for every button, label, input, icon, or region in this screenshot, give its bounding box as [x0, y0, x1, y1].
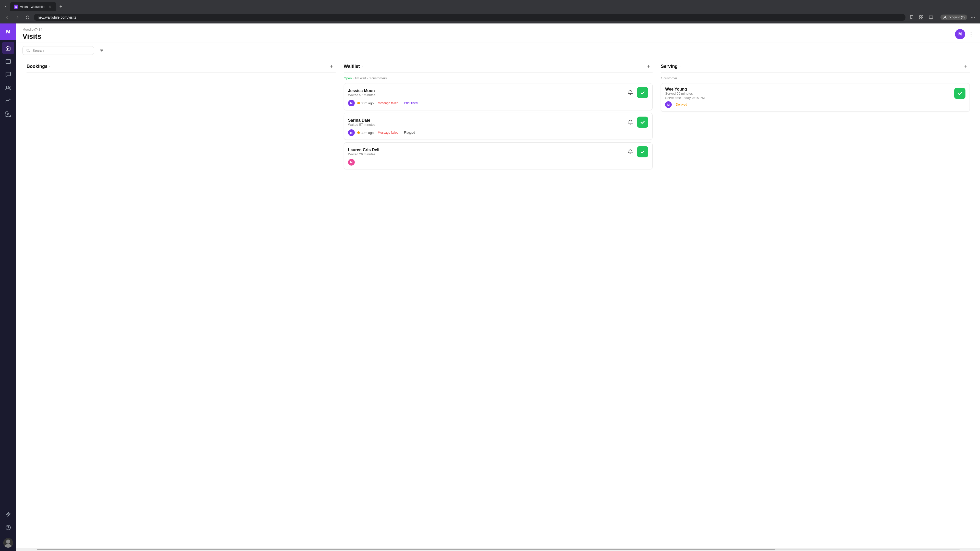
back-button[interactable]	[3, 13, 11, 21]
sarina-dale-message-failed-tag: Message failed	[376, 130, 400, 135]
wee-young-check-button[interactable]	[954, 88, 966, 99]
incognito-button[interactable]: Incognito (2)	[940, 14, 967, 20]
serving-meta: 1 customer	[661, 75, 970, 83]
column-bookings-title-group[interactable]: Bookings ›	[27, 64, 50, 69]
lauren-cris-deli-bell-button[interactable]	[626, 147, 635, 156]
svg-point-16	[6, 540, 10, 544]
more-options-button[interactable]: ⋮	[968, 31, 974, 38]
column-serving-header: Serving › +	[661, 58, 970, 73]
svg-point-11	[9, 86, 10, 87]
column-waitlist-title-group[interactable]: Waitlist ›	[344, 64, 363, 69]
toolbar	[16, 43, 980, 58]
search-bar[interactable]	[22, 46, 94, 55]
column-serving-title-group[interactable]: Serving ›	[661, 64, 680, 69]
card-lauren-cris-deli-waited: Waited 26 minutes	[348, 152, 380, 156]
card-lauren-cris-deli-name: Lauren Cris Deli	[348, 148, 380, 152]
svg-rect-1	[921, 16, 923, 17]
sarina-dale-bell-button[interactable]	[626, 118, 635, 127]
sidebar-item-chat[interactable]	[2, 68, 14, 81]
serving-add-button[interactable]: +	[962, 62, 970, 70]
forward-button[interactable]	[13, 13, 21, 21]
address-bar[interactable]: new.waitwhile.com/visits	[34, 14, 905, 21]
card-jessica-moon: Jessica Moon Waited 57 minutes	[344, 83, 653, 110]
svg-point-6	[971, 17, 972, 18]
card-lauren-cris-deli-actions	[626, 146, 648, 157]
bookmark-button[interactable]	[907, 13, 916, 21]
incognito-label: Incognito (2)	[948, 16, 965, 19]
column-bookings-header: Bookings › +	[27, 58, 336, 73]
card-sarina-dale-top: Sarina Dale Waited 57 minutes	[348, 117, 649, 128]
active-tab[interactable]: W Visits | Waitwhile ✕	[10, 2, 56, 11]
card-wee-young-meta: M Delayed	[665, 101, 966, 108]
header-actions: M ⋮	[955, 29, 974, 39]
column-bookings-title: Bookings	[27, 64, 48, 69]
svg-rect-4	[929, 16, 933, 18]
user-avatar[interactable]: M	[955, 29, 965, 39]
column-serving: Serving › + 1 customer Wee Young Served …	[657, 58, 974, 544]
page-title: Visits	[22, 32, 42, 41]
svg-point-8	[974, 17, 975, 18]
card-wee-young-actions	[954, 88, 966, 99]
sidebar-item-settings[interactable]	[2, 108, 14, 121]
sidebar-item-bolt[interactable]	[2, 508, 14, 520]
profile-toggle-button[interactable]	[927, 13, 935, 21]
bookings-chevron-icon: ›	[49, 64, 50, 68]
card-wee-young: Wee Young Served 56 minutes Serve time T…	[661, 83, 970, 112]
waitlist-meta: Open · 1m wait · 3 customers	[344, 75, 653, 83]
sidebar-item-analytics[interactable]	[2, 95, 14, 107]
card-lauren-cris-deli-meta: M	[348, 159, 649, 165]
search-icon	[26, 48, 30, 52]
card-wee-young-top: Wee Young Served 56 minutes Serve time T…	[665, 87, 966, 100]
scrollbar-thumb	[37, 549, 775, 550]
horizontal-scrollbar[interactable]	[16, 548, 980, 551]
sarina-dale-check-button[interactable]	[637, 117, 648, 128]
jessica-moon-time-ago: 30m ago	[361, 101, 374, 105]
serving-chevron-icon: ›	[679, 64, 680, 68]
waitlist-add-button[interactable]: +	[644, 62, 652, 70]
sidebar-item-home[interactable]	[2, 42, 14, 54]
sarina-dale-flagged-tag: Flagged	[402, 130, 417, 135]
sidebar: M	[0, 24, 16, 551]
jessica-moon-bell-button[interactable]	[626, 88, 635, 97]
search-input[interactable]	[32, 48, 90, 52]
tab-title: Visits | Waitwhile	[20, 5, 45, 9]
tab-bar: W Visits | Waitwhile ✕ +	[0, 0, 980, 11]
waitlist-meta-suffix: · 1m wait · 3 customers	[352, 76, 387, 80]
sidebar-logo: M	[0, 24, 16, 40]
card-jessica-moon-meta: M 30m ago Message failed Prioritized	[348, 100, 649, 106]
svg-point-7	[973, 17, 974, 18]
tab-arrow-left[interactable]	[2, 3, 9, 10]
svg-rect-2	[920, 17, 921, 19]
svg-rect-0	[920, 16, 921, 17]
sidebar-item-calendar[interactable]	[2, 55, 14, 67]
sarina-dale-time-ago: 30m ago	[361, 131, 374, 135]
svg-point-10	[6, 86, 8, 88]
more-options-browser-button[interactable]	[969, 13, 977, 21]
jessica-moon-avatar: M	[348, 100, 355, 106]
filter-button[interactable]	[97, 46, 106, 55]
sidebar-nav	[2, 40, 14, 506]
new-tab-button[interactable]: +	[57, 3, 64, 10]
extensions-button[interactable]	[917, 13, 925, 21]
tab-close-button[interactable]: ✕	[48, 4, 52, 9]
card-sarina-dale-waited: Waited 57 minutes	[348, 123, 375, 127]
column-waitlist-title: Waitlist	[344, 64, 360, 69]
wee-young-avatar: M	[665, 101, 672, 108]
sidebar-item-users[interactable]	[2, 82, 14, 94]
jessica-moon-prioritized-tag: Prioritized	[402, 101, 419, 105]
sidebar-avatar[interactable]	[2, 537, 14, 549]
card-sarina-dale: Sarina Dale Waited 57 minutes	[344, 113, 653, 140]
jessica-moon-time-dot	[357, 102, 360, 104]
card-lauren-cris-deli-top: Lauren Cris Deli Waited 26 minutes	[348, 146, 649, 157]
lauren-cris-deli-check-button[interactable]	[637, 146, 648, 157]
main-header: Moodjoy7434 Visits M ⋮	[16, 24, 980, 43]
reload-button[interactable]	[24, 13, 32, 21]
main-content: Moodjoy7434 Visits M ⋮	[16, 24, 980, 551]
bookings-add-button[interactable]: +	[328, 62, 336, 70]
svg-point-18	[27, 49, 29, 51]
sidebar-item-help[interactable]	[2, 521, 14, 534]
jessica-moon-check-button[interactable]	[637, 87, 648, 98]
waitlist-chevron-icon: ›	[361, 64, 363, 68]
jessica-moon-message-failed-tag: Message failed	[376, 101, 400, 105]
card-sarina-dale-actions	[626, 117, 648, 128]
